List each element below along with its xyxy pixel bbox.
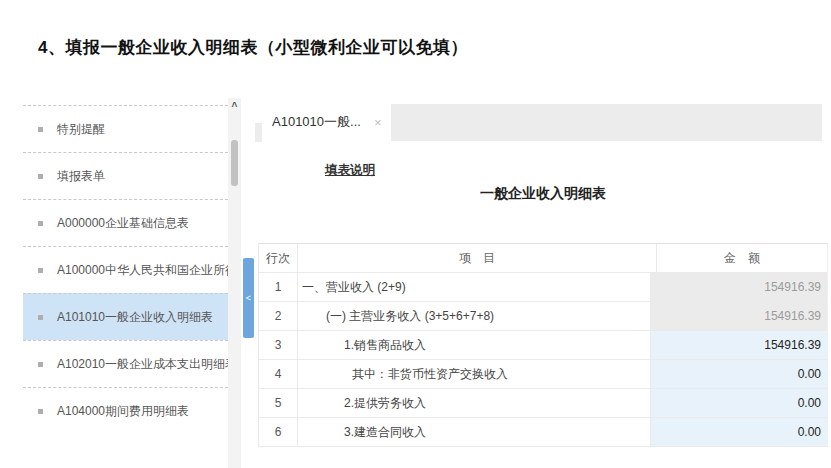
row-line-number: 5 — [259, 389, 298, 417]
row-amount-cell[interactable]: 0.00 — [650, 360, 827, 388]
row-line-number: 6 — [259, 418, 298, 446]
bullet-icon — [38, 315, 43, 320]
sidebar-item[interactable]: 填报表单 — [23, 152, 228, 199]
bullet-icon — [38, 127, 43, 132]
sidebar-item[interactable]: A100000中华人民共和国企业所得税... — [23, 246, 228, 293]
header-amount: 金 额 — [656, 244, 827, 272]
row-amount-cell[interactable]: 154916.39 — [650, 331, 827, 359]
sidebar-item-label: 特别提醒 — [57, 121, 105, 138]
bullet-icon — [38, 362, 43, 367]
row-item-label: 1.销售商品收入 — [298, 331, 650, 359]
sidebar-item[interactable]: 特别提醒 — [23, 105, 228, 152]
row-amount-cell[interactable]: 0.00 — [650, 418, 827, 446]
main-panel: A101010一般... × 填表说明 一般企业收入明细表 行次 项 目 金 额… — [258, 100, 828, 447]
row-line-number: 4 — [259, 360, 298, 388]
sidebar-item[interactable]: A102010一般企业成本支出明细表 — [23, 340, 228, 387]
row-item-label: 2.提供劳务收入 — [298, 389, 650, 417]
header-line-no: 行次 — [259, 244, 298, 272]
sidebar-item-label: A102010一般企业成本支出明细表 — [57, 356, 228, 373]
tabbar-left-sliver — [255, 123, 262, 142]
sheet-title: 一般企业收入明细表 — [258, 185, 828, 203]
sidebar-item-label: A100000中华人民共和国企业所得税... — [57, 262, 228, 279]
table-row: 6 3.建造合同收入 0.00 — [259, 418, 827, 447]
row-item-label: (一) 主营业务收入 (3+5+6+7+8) — [298, 302, 650, 330]
tab-bar: A101010一般... × — [258, 100, 828, 145]
table-row: 3 1.销售商品收入 154916.39 — [259, 331, 827, 360]
sidebar-item-label: A000000企业基础信息表 — [57, 215, 189, 232]
tab-close-icon[interactable]: × — [374, 115, 382, 130]
income-table: 行次 项 目 金 额 1 一、营业收入 (2+9) 154916.39 2 (一… — [258, 243, 828, 447]
row-amount-cell: 154916.39 — [650, 273, 827, 301]
tab-a101010[interactable]: A101010一般... × — [262, 102, 391, 142]
form-content: 填表说明 一般企业收入明细表 行次 项 目 金 额 1 一、营业收入 (2+9)… — [258, 145, 828, 447]
sidebar-item-label: A104000期间费用明细表 — [57, 403, 189, 420]
tab-label: A101010一般... — [272, 113, 361, 131]
sidebar-list: 特别提醒 填报表单 A000000企业基础信息表 A100000中华人民共和国企… — [23, 105, 228, 434]
sidebar-item-label: 填报表单 — [57, 168, 105, 185]
fill-instructions-link[interactable]: 填表说明 — [325, 162, 375, 179]
sidebar-scrollbar[interactable]: ^ — [228, 98, 241, 468]
sidebar-item[interactable]: A000000企业基础信息表 — [23, 199, 228, 246]
row-item-label: 3.建造合同收入 — [298, 418, 650, 446]
row-line-number: 1 — [259, 273, 298, 301]
row-amount-cell: 154916.39 — [650, 302, 827, 330]
chevron-left-icon: < — [246, 293, 251, 303]
scroll-up-icon[interactable]: ^ — [228, 98, 241, 116]
bullet-icon — [38, 174, 43, 179]
table-row: 4 其中：非货币性资产交换收入 0.00 — [259, 360, 827, 389]
sidebar-item[interactable]: A104000期间费用明细表 — [23, 387, 228, 434]
bullet-icon — [38, 221, 43, 226]
sidebar-item-label: A101010一般企业收入明细表 — [57, 309, 213, 326]
page-title: 4、填报一般企业收入明细表（小型微利企业可以免填） — [38, 36, 468, 59]
bullet-icon — [38, 409, 43, 414]
tabbar-filler — [372, 104, 822, 141]
income-table-body: 1 一、营业收入 (2+9) 154916.39 2 (一) 主营业务收入 (3… — [259, 273, 827, 447]
row-amount-cell[interactable]: 0.00 — [650, 389, 827, 417]
table-row: 1 一、营业收入 (2+9) 154916.39 — [259, 273, 827, 302]
row-line-number: 2 — [259, 302, 298, 330]
table-row: 2 (一) 主营业务收入 (3+5+6+7+8) 154916.39 — [259, 302, 827, 331]
header-item: 项 目 — [298, 244, 656, 272]
bullet-icon — [38, 268, 43, 273]
row-item-label: 一、营业收入 (2+9) — [298, 273, 650, 301]
sidebar-collapse-button[interactable]: < — [243, 258, 254, 338]
row-item-label: 其中：非货币性资产交换收入 — [298, 360, 650, 388]
row-line-number: 3 — [259, 331, 298, 359]
table-header-row: 行次 项 目 金 额 — [259, 244, 827, 273]
sidebar-item[interactable]: A101010一般企业收入明细表 — [23, 293, 228, 340]
scrollbar-thumb[interactable] — [231, 140, 238, 186]
table-row: 5 2.提供劳务收入 0.00 — [259, 389, 827, 418]
